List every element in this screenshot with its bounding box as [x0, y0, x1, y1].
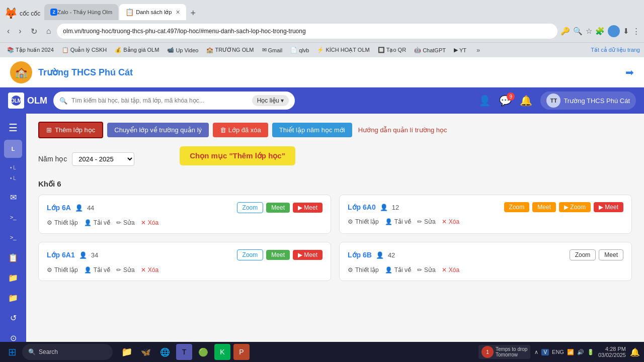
- windows-start-button[interactable]: ⊞: [4, 344, 20, 360]
- tab-danh-sach-lop[interactable]: 📋 Danh sách lớp ×: [119, 4, 186, 20]
- address-input[interactable]: [57, 24, 557, 39]
- tab-close-button[interactable]: ×: [176, 8, 180, 16]
- taskbar-up-arrow[interactable]: ∧: [534, 349, 538, 355]
- download-button-6A0[interactable]: 👤 Tải về: [385, 218, 411, 225]
- taskbar-time[interactable]: 4:28 PM 03/02/2025: [598, 346, 626, 358]
- all-pages-link[interactable]: Tất cả dữ liệu trang: [591, 47, 640, 53]
- profile-avatar[interactable]: [608, 25, 620, 37]
- bookmark-gmail[interactable]: ✉ Gmail: [259, 46, 286, 54]
- download-button-6A[interactable]: 👤 Tải về: [84, 219, 110, 226]
- forward-button[interactable]: ›: [16, 25, 24, 38]
- meet-red-button-6A[interactable]: ▶ Meet: [293, 203, 323, 213]
- sidebar-folder2-icon[interactable]: 📁: [4, 289, 22, 307]
- star-icon[interactable]: ☆: [586, 27, 592, 36]
- bookmark-yt[interactable]: ▶ YT: [451, 46, 469, 54]
- new-tab-button[interactable]: +: [186, 6, 200, 20]
- reload-button[interactable]: ↻: [28, 25, 40, 38]
- bookmark-tap-huan[interactable]: 📚 Tập huấn 2024: [4, 46, 57, 54]
- school-nav-icon[interactable]: ➡: [625, 66, 634, 78]
- olm-search-bar[interactable]: 🔍 Học liệu ▾: [53, 92, 295, 110]
- meet-orange-button-6A0[interactable]: Meet: [532, 202, 556, 212]
- class-name-6A[interactable]: Lớp 6A: [47, 204, 71, 212]
- delete-button-6A1[interactable]: ✕ Xóa: [141, 266, 158, 274]
- bookmark-quan-ly[interactable]: 📋 Quản lý CSKH: [59, 46, 110, 54]
- zoom-button-6B[interactable]: Zoom: [570, 249, 596, 260]
- class-name-6A1[interactable]: Lớp 6A1: [47, 251, 75, 259]
- year-selector[interactable]: 2024 - 2025 2023 - 2024 2025 - 2026: [72, 152, 134, 166]
- bookmark-truong-olm[interactable]: 🏫 TRƯỜNG OLM: [203, 46, 257, 54]
- bookmark-tao-qr[interactable]: 🔲 Tạo QR: [375, 46, 409, 54]
- sidebar-list-icon[interactable]: 📋: [4, 248, 22, 266]
- edit-button-6A[interactable]: ✏ Sửa: [116, 219, 135, 226]
- meet-red-button-6A1[interactable]: ▶ Meet: [293, 250, 323, 260]
- delete-button-6A0[interactable]: ✕ Xóa: [442, 218, 459, 225]
- delete-button-6B[interactable]: ✕ Xóa: [442, 266, 459, 274]
- extensions-icon[interactable]: 🧩: [595, 27, 605, 36]
- menu-dots-icon[interactable]: ⋮: [632, 27, 640, 36]
- guide-link[interactable]: Hướng dẫn quản lí trường học: [356, 123, 449, 137]
- taskbar-icon-app1[interactable]: 🦋: [138, 344, 154, 360]
- class-actions-right-6A: Zoom Meet ▶ Meet: [237, 202, 323, 213]
- bookmark-chatgpt[interactable]: 🤖 ChatGPT: [411, 46, 449, 54]
- meet-green-button-6A1[interactable]: Meet: [266, 250, 290, 260]
- sidebar-menu-button[interactable]: ☰: [5, 118, 22, 138]
- bookmark-icon-chatgpt: 🤖: [414, 47, 421, 53]
- delete-button-6A[interactable]: ✕ Xóa: [141, 219, 158, 226]
- setup-button-6B[interactable]: ⚙ Thiết lập: [348, 266, 379, 274]
- transfer-class-button[interactable]: Chuyển lớp về trường quản lý: [107, 123, 209, 137]
- bookmarks-more-button[interactable]: »: [473, 45, 483, 55]
- taskbar-icon-folder[interactable]: 📁: [119, 344, 135, 360]
- deleted-classes-button[interactable]: 🗑 Lớp đã xóa: [213, 123, 268, 137]
- notification-app[interactable]: 1 Temps to drop Tomorrow: [478, 345, 530, 359]
- download-button-6A1[interactable]: 👤 Tải về: [84, 266, 110, 274]
- sidebar-item-lop[interactable]: L: [4, 140, 22, 158]
- edit-button-6A1[interactable]: ✏ Sửa: [116, 266, 135, 274]
- setup-year-button[interactable]: Thiết lập năm học mới: [272, 123, 352, 137]
- user-profile-button[interactable]: TT Trường THCS Phú Cát: [540, 92, 636, 110]
- bell-icon[interactable]: 🔔: [520, 95, 532, 107]
- messages-icon[interactable]: 💬 9: [499, 95, 512, 107]
- taskbar-icon-app2[interactable]: 🟢: [195, 344, 211, 360]
- download-button-6B[interactable]: 👤 Tải về: [385, 266, 411, 274]
- setup-button-6A0[interactable]: ⚙ Thiết lập: [348, 218, 379, 225]
- sidebar-mail-icon[interactable]: ✉: [4, 188, 22, 206]
- tab-zalo[interactable]: Z Zalo - Thầy Hùng Olm: [44, 4, 118, 20]
- sidebar-text-l2[interactable]: • L: [3, 174, 23, 182]
- search-input[interactable]: [71, 97, 248, 104]
- sidebar-text-l1[interactable]: • L: [3, 164, 23, 171]
- taskbar-notification-bell[interactable]: 🔔: [630, 347, 640, 357]
- meet-green-button-6A[interactable]: Meet: [266, 203, 290, 213]
- sidebar-reload-icon[interactable]: ↺: [4, 309, 22, 327]
- download-icon[interactable]: ⬇: [623, 27, 629, 36]
- back-button[interactable]: ‹: [4, 25, 13, 38]
- sidebar-folder1-icon[interactable]: 📁: [4, 268, 22, 287]
- zoom-button-6A[interactable]: Zoom: [237, 202, 264, 213]
- taskbar-search[interactable]: 🔍 Search: [22, 344, 113, 360]
- home-button[interactable]: ⌂: [43, 25, 54, 38]
- search-dropdown-button[interactable]: Học liệu ▾: [252, 95, 289, 106]
- zoom-orange-button-6A0[interactable]: Zoom: [504, 202, 530, 212]
- taskbar-word-icon[interactable]: V: [541, 349, 549, 355]
- setup-button-6A1[interactable]: ⚙ Thiết lập: [47, 266, 78, 274]
- sidebar-cmd2-icon[interactable]: >_: [4, 228, 22, 246]
- taskbar-icon-app3[interactable]: K: [214, 344, 230, 360]
- taskbar-icon-browser[interactable]: 🌐: [157, 344, 173, 360]
- setup-button-6A[interactable]: ⚙ Thiết lập: [47, 219, 78, 226]
- taskbar-icon-ppt[interactable]: P: [233, 344, 250, 360]
- edit-button-6B[interactable]: ✏ Sửa: [417, 266, 436, 274]
- user-icon[interactable]: 👤: [478, 95, 491, 107]
- class-name-6A0[interactable]: Lớp 6A0: [348, 203, 376, 211]
- meet-button-6B[interactable]: Meet: [599, 249, 623, 260]
- bookmark-qlvb[interactable]: 📄 qlvb: [287, 46, 312, 54]
- meet-red2-button-6A0[interactable]: ▶ Meet: [594, 202, 623, 212]
- bookmark-kich-hoat[interactable]: ⚡ KÍCH HOẠT OLM: [314, 46, 372, 54]
- class-name-6B[interactable]: Lớp 6B: [348, 251, 372, 259]
- taskbar-icon-teams[interactable]: T: [176, 344, 192, 360]
- bookmark-up-video[interactable]: 📹 Up Video: [164, 46, 201, 54]
- zoom-button-6A1[interactable]: Zoom: [237, 249, 264, 260]
- zoom-orange2-button-6A0[interactable]: ▶ Zoom: [559, 202, 591, 212]
- sidebar-cmd1-icon[interactable]: >_: [4, 208, 22, 226]
- edit-button-6A0[interactable]: ✏ Sửa: [417, 218, 436, 225]
- add-class-button[interactable]: ⊞ Thêm lớp học: [38, 122, 103, 138]
- bookmark-bang-gia[interactable]: 💰 Bảng giá OLM: [112, 46, 162, 54]
